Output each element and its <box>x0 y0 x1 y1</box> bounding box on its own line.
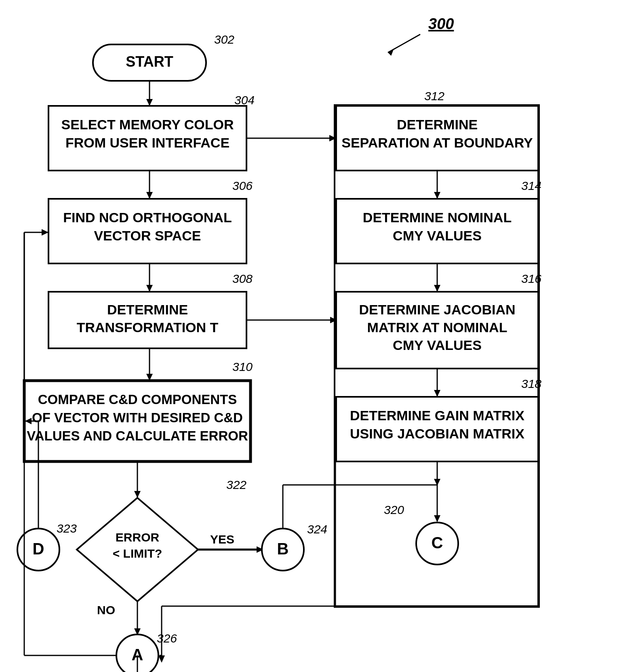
svg-text:304: 304 <box>234 93 255 107</box>
svg-text:C: C <box>432 534 443 552</box>
svg-marker-64 <box>434 192 440 199</box>
svg-text:323: 323 <box>57 522 77 535</box>
svg-marker-100 <box>42 229 48 236</box>
svg-text:SEPARATION AT BOUNDARY: SEPARATION AT BOUNDARY <box>341 135 533 150</box>
svg-marker-77 <box>434 390 440 397</box>
svg-marker-7 <box>146 99 153 106</box>
svg-text:DETERMINE JACOBIAN: DETERMINE JACOBIAN <box>359 302 515 317</box>
svg-text:326: 326 <box>157 632 177 645</box>
svg-text:310: 310 <box>232 360 253 373</box>
svg-text:B: B <box>277 540 289 558</box>
svg-text:DETERMINE NOMINAL: DETERMINE NOMINAL <box>363 210 512 225</box>
svg-text:YES: YES <box>210 533 234 546</box>
svg-marker-85 <box>434 515 440 522</box>
svg-text:FROM USER INTERFACE: FROM USER INTERFACE <box>65 135 230 150</box>
svg-text:START: START <box>126 53 173 70</box>
svg-text:COMPARE C&D COMPONENTS: COMPARE C&D COMPONENTS <box>38 392 237 407</box>
svg-text:VALUES AND CALCULATE ERROR: VALUES AND CALCULATE ERROR <box>27 428 248 443</box>
svg-text:OF VECTOR WITH DESIRED C&D: OF VECTOR WITH DESIRED C&D <box>32 410 243 425</box>
svg-text:NO: NO <box>97 603 115 617</box>
svg-text:300: 300 <box>428 15 454 32</box>
svg-text:CMY VALUES: CMY VALUES <box>393 228 482 243</box>
svg-text:MATRIX AT NOMINAL: MATRIX AT NOMINAL <box>367 320 508 335</box>
svg-text:306: 306 <box>232 179 253 192</box>
svg-text:ERROR: ERROR <box>116 531 160 544</box>
svg-text:324: 324 <box>307 522 327 536</box>
flowchart-diagram: 300 START 302 304 SELECT MEMORY COLOR FR… <box>0 0 636 672</box>
svg-text:USING JACOBIAN MATRIX: USING JACOBIAN MATRIX <box>350 426 524 441</box>
svg-marker-19 <box>146 285 153 292</box>
svg-text:CMY VALUES: CMY VALUES <box>393 337 482 353</box>
svg-text:308: 308 <box>232 272 253 285</box>
svg-text:D: D <box>33 540 44 558</box>
svg-text:< LIMIT?: < LIMIT? <box>113 547 162 560</box>
svg-text:DETERMINE: DETERMINE <box>397 117 478 132</box>
svg-text:VECTOR SPACE: VECTOR SPACE <box>94 228 201 243</box>
svg-marker-70 <box>434 285 440 292</box>
svg-text:SELECT MEMORY COLOR: SELECT MEMORY COLOR <box>61 117 234 132</box>
svg-text:DETERMINE: DETERMINE <box>107 302 188 317</box>
svg-text:312: 312 <box>424 89 444 103</box>
svg-text:322: 322 <box>226 478 246 491</box>
svg-text:TRANSFORMATION T: TRANSFORMATION T <box>77 320 219 335</box>
svg-marker-2 <box>388 48 394 56</box>
svg-text:FIND NCD ORTHOGONAL: FIND NCD ORTHOGONAL <box>63 210 232 225</box>
svg-text:DETERMINE GAIN MATRIX: DETERMINE GAIN MATRIX <box>350 408 524 423</box>
svg-marker-13 <box>146 192 153 199</box>
svg-marker-94 <box>158 655 165 663</box>
svg-text:302: 302 <box>214 33 234 46</box>
svg-text:320: 320 <box>384 503 404 516</box>
